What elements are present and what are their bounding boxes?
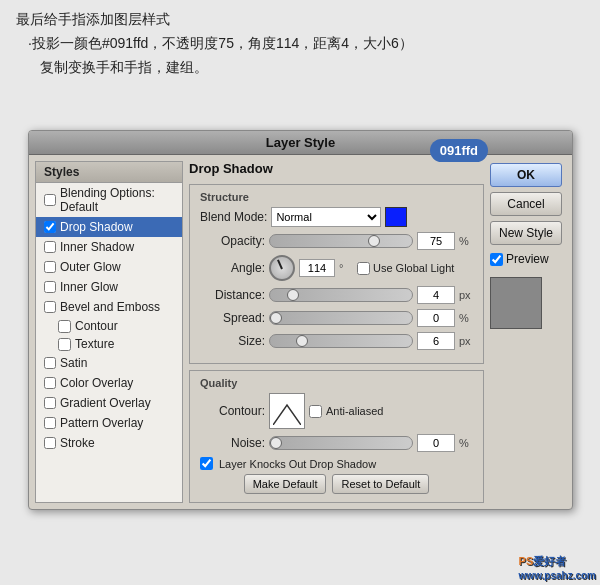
pattern-overlay-checkbox[interactable] (44, 417, 56, 429)
reset-to-default-button[interactable]: Reset to Default (332, 474, 429, 494)
distance-slider[interactable] (269, 288, 413, 302)
style-item-satin[interactable]: Satin (36, 353, 182, 373)
drop-shadow-checkbox[interactable] (44, 221, 56, 233)
spread-label: Spread: (200, 311, 265, 325)
opacity-row: Opacity: % (200, 232, 473, 250)
noise-slider[interactable] (269, 436, 413, 450)
style-item-outer-glow[interactable]: Outer Glow (36, 257, 182, 277)
style-item-bevel-emboss[interactable]: Bevel and Emboss (36, 297, 182, 317)
anti-aliased-checkbox[interactable] (309, 405, 322, 418)
watermark: PS爱好者 www.psahz.com (519, 554, 596, 581)
new-style-button[interactable]: New Style (490, 221, 562, 245)
inner-glow-label: Inner Glow (60, 280, 118, 294)
bevel-emboss-checkbox[interactable] (44, 301, 56, 313)
cancel-button[interactable]: Cancel (490, 192, 562, 216)
shadow-color-swatch[interactable] (385, 207, 407, 227)
preview-swatch (490, 277, 542, 329)
gradient-overlay-label: Gradient Overlay (60, 396, 151, 410)
color-annotation-text: 091ffd (440, 143, 478, 158)
angle-row: Angle: ° Use Global Light (200, 255, 473, 281)
bevel-emboss-label: Bevel and Emboss (60, 300, 160, 314)
preview-label: Preview (506, 252, 549, 266)
contour-checkbox[interactable] (58, 320, 71, 333)
quality-subtitle: Quality (200, 377, 473, 389)
texture-label: Texture (75, 337, 114, 351)
angle-input[interactable] (299, 259, 335, 277)
blend-mode-row: Blend Mode: Normal Multiply Screen (200, 207, 473, 227)
gradient-overlay-checkbox[interactable] (44, 397, 56, 409)
noise-input[interactable] (417, 434, 455, 452)
blend-mode-label: Blend Mode: (200, 210, 267, 224)
drop-shadow-label: Drop Shadow (60, 220, 133, 234)
style-item-inner-glow[interactable]: Inner Glow (36, 277, 182, 297)
style-item-stroke[interactable]: Stroke (36, 433, 182, 453)
ok-button[interactable]: OK (490, 163, 562, 187)
global-light-row: Use Global Light (357, 262, 454, 275)
color-overlay-checkbox[interactable] (44, 377, 56, 389)
watermark-url: www.psahz.com (519, 570, 596, 581)
global-light-checkbox[interactable] (357, 262, 370, 275)
styles-panel: Styles Blending Options: Default Drop Sh… (35, 161, 183, 503)
noise-unit: % (459, 437, 473, 449)
distance-input[interactable] (417, 286, 455, 304)
style-item-drop-shadow[interactable]: Drop Shadow (36, 217, 182, 237)
spread-row: Spread: % (200, 309, 473, 327)
dialog-title: Layer Style (266, 135, 335, 150)
angle-dial[interactable] (269, 255, 295, 281)
blend-mode-select[interactable]: Normal Multiply Screen (271, 207, 381, 227)
noise-label: Noise: (200, 436, 265, 450)
inner-glow-checkbox[interactable] (44, 281, 56, 293)
size-row: Size: px (200, 332, 473, 350)
distance-unit: px (459, 289, 473, 301)
styles-panel-title: Styles (36, 162, 182, 183)
size-slider[interactable] (269, 334, 413, 348)
dialog-body: Styles Blending Options: Default Drop Sh… (29, 155, 572, 509)
top-text-section: 最后给手指添加图层样式 ·投影一颜色#091ffd，不透明度75，角度114，距… (0, 0, 600, 83)
preview-row: Preview (490, 252, 566, 266)
outer-glow-checkbox[interactable] (44, 261, 56, 273)
size-slider-container (269, 334, 413, 348)
satin-checkbox[interactable] (44, 357, 56, 369)
style-item-gradient-overlay[interactable]: Gradient Overlay (36, 393, 182, 413)
main-settings-panel: Drop Shadow Structure Blend Mode: Normal… (189, 161, 484, 503)
watermark-rest: 爱好者 (533, 555, 566, 567)
top-line2: ·投影一颜色#091ffd，不透明度75，角度114，距离4，大小6） (16, 32, 584, 56)
texture-checkbox[interactable] (58, 338, 71, 351)
layer-style-dialog: Layer Style 091ffd Styles Blending Optio… (28, 130, 573, 510)
structure-section: Structure Blend Mode: Normal Multiply Sc… (189, 184, 484, 364)
style-item-blending-options[interactable]: Blending Options: Default (36, 183, 182, 217)
angle-label: Angle: (200, 261, 265, 275)
contour-row: Contour: Anti-aliased (200, 393, 473, 429)
buttons-panel: OK Cancel New Style Preview (490, 161, 566, 503)
noise-slider-container (269, 436, 413, 450)
blending-options-checkbox[interactable] (44, 194, 56, 206)
style-item-pattern-overlay[interactable]: Pattern Overlay (36, 413, 182, 433)
global-light-label-text: Use Global Light (373, 262, 454, 274)
opacity-label: Opacity: (200, 234, 265, 248)
opacity-input[interactable] (417, 232, 455, 250)
style-item-contour[interactable]: Contour (36, 317, 182, 335)
preview-checkbox[interactable] (490, 253, 503, 266)
knocks-out-label: Layer Knocks Out Drop Shadow (219, 458, 376, 470)
opacity-slider[interactable] (269, 234, 413, 248)
distance-slider-container (269, 288, 413, 302)
knocks-out-checkbox[interactable] (200, 457, 213, 470)
style-item-inner-shadow[interactable]: Inner Shadow (36, 237, 182, 257)
contour-label: Contour (75, 319, 118, 333)
inner-shadow-checkbox[interactable] (44, 241, 56, 253)
inner-shadow-label: Inner Shadow (60, 240, 134, 254)
color-annotation-bubble: 091ffd (430, 139, 488, 162)
watermark-ps: PS (519, 555, 534, 567)
blending-options-label: Blending Options: Default (60, 186, 174, 214)
style-item-color-overlay[interactable]: Color Overlay (36, 373, 182, 393)
make-default-button[interactable]: Make Default (244, 474, 327, 494)
contour-preview[interactable] (269, 393, 305, 429)
spread-slider[interactable] (269, 311, 413, 325)
outer-glow-label: Outer Glow (60, 260, 121, 274)
anti-aliased-label: Anti-aliased (326, 405, 383, 417)
size-input[interactable] (417, 332, 455, 350)
stroke-checkbox[interactable] (44, 437, 56, 449)
spread-input[interactable] (417, 309, 455, 327)
style-item-texture[interactable]: Texture (36, 335, 182, 353)
opacity-slider-container (269, 234, 413, 248)
